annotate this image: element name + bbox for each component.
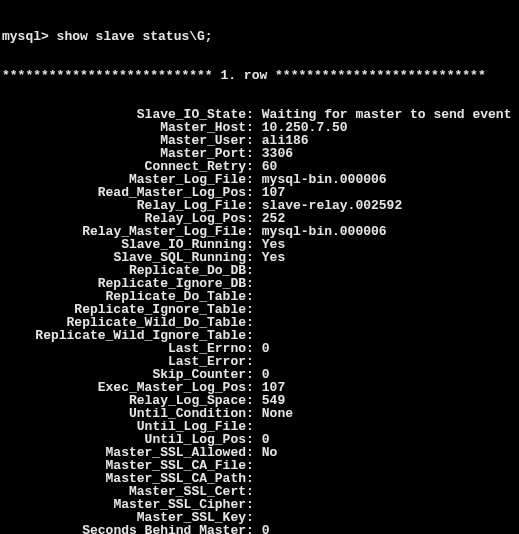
status-value: mysql-bin.000006 (254, 173, 517, 186)
status-value (254, 277, 517, 290)
status-value: 0 (254, 342, 517, 355)
status-value (254, 264, 517, 277)
status-value: None (254, 407, 517, 420)
status-value (254, 485, 517, 498)
prompt-line: mysql> show slave status\G; (2, 30, 517, 43)
status-separator: : (246, 524, 254, 534)
status-value (254, 290, 517, 303)
status-value: Yes (254, 251, 517, 264)
status-value: Yes (254, 238, 517, 251)
status-value (254, 498, 517, 511)
status-value: slave-relay.002592 (254, 199, 517, 212)
status-value (254, 316, 517, 329)
status-value (254, 511, 517, 524)
status-value: 0 (254, 368, 517, 381)
status-value: 549 (254, 394, 517, 407)
status-value: 0 (254, 433, 517, 446)
status-value: 3306 (254, 147, 517, 160)
status-value (254, 329, 517, 342)
status-value: ali186 (254, 134, 517, 147)
status-value (254, 420, 517, 433)
row-header: *************************** 1. row *****… (2, 69, 517, 82)
status-value (254, 459, 517, 472)
status-value (254, 303, 517, 316)
status-value: No (254, 446, 517, 459)
status-value: mysql-bin.000006 (254, 225, 517, 238)
status-row: Seconds_Behind_Master: 0 (2, 524, 517, 534)
status-value (254, 355, 517, 368)
status-value: 0 (254, 524, 517, 534)
status-label: Seconds_Behind_Master (2, 524, 246, 534)
status-value (254, 472, 517, 485)
terminal-output: mysql> show slave status\G; ************… (0, 0, 519, 534)
status-value: 107 (254, 381, 517, 394)
